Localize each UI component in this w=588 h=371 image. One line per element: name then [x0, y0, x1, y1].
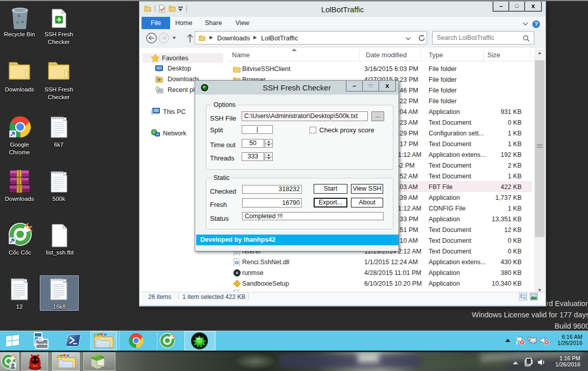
svg-text:PTS: PTS — [98, 365, 103, 368]
